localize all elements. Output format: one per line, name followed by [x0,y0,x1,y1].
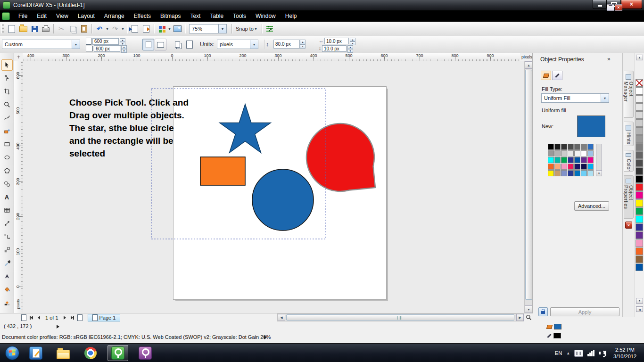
docker-strip-close-button[interactable]: × [625,222,632,229]
basic-shapes-tool[interactable] [1,178,13,189]
color-swatch[interactable] [561,170,567,176]
profiles-flyout-arrow[interactable] [264,336,269,339]
menu-effects[interactable]: Effects [129,10,156,22]
chrome-button[interactable] [80,345,101,361]
units-dropdown-arrow[interactable] [250,40,258,49]
fill-color-indicator[interactable] [547,324,561,329]
coords-flyout-arrow[interactable] [57,325,61,329]
volume-icon[interactable] [599,350,606,356]
color-swatch[interactable] [548,150,554,156]
lock-button[interactable] [538,307,548,316]
apply-button[interactable]: Apply [550,307,619,316]
landscape-button[interactable] [155,39,166,50]
color-swatch[interactable] [636,127,643,135]
menu-view[interactable]: View [51,10,73,22]
new-color-swatch[interactable] [577,115,605,137]
polygon-tool[interactable] [1,165,13,176]
color-swatch[interactable] [587,144,594,150]
color-swatch[interactable] [561,164,567,170]
menu-bitmaps[interactable]: Bitmaps [156,10,185,22]
crop-tool[interactable] [1,86,13,97]
docker-options-chevron[interactable]: » [607,56,611,62]
fill-type-combobox[interactable]: Uniform Fill [541,93,609,103]
color-swatch[interactable] [581,144,587,150]
color-swatch[interactable] [636,167,643,175]
color-swatch[interactable] [548,144,554,150]
color-swatch[interactable] [636,135,643,143]
network-icon[interactable] [587,350,594,356]
parallel-dimension-tool[interactable] [1,218,13,229]
docker-tab-hints[interactable]: Hints [624,122,634,146]
ellipse-tool[interactable] [1,152,13,163]
undo-button[interactable]: ↶ [94,23,105,34]
color-swatch[interactable] [587,150,594,156]
add-page-button[interactable] [20,314,27,321]
menu-text[interactable]: Text [185,10,205,22]
color-swatch[interactable] [636,223,643,231]
toolbar-grip[interactable] [1,24,4,33]
options-button[interactable] [264,23,275,34]
docker-tab-color[interactable]: Color [624,150,634,172]
freehand-tool[interactable] [1,112,13,123]
photo-paint-button[interactable] [135,345,156,361]
keyboard-layout-icon[interactable] [574,350,583,357]
palette-flyout-button[interactable]: ◀ [636,306,643,312]
tray-expand-arrow[interactable]: ▲ [566,351,570,355]
vertical-ruler[interactable]: 600 500 400 300 200 100 0 pixels [14,61,23,313]
blue-star-shape[interactable] [220,104,271,153]
palette-scroll-down[interactable]: ▼ [596,170,602,176]
outline-pen-tool[interactable] [1,271,13,282]
orange-rectangle-shape[interactable] [200,157,245,185]
color-swatch[interactable] [636,191,643,199]
portrait-button[interactable] [142,39,154,50]
snap-to-dropdown[interactable]: Snap to [234,23,260,35]
copy-button[interactable] [67,23,78,34]
smart-fill-tool[interactable] [1,125,13,137]
text-tool[interactable]: A [1,191,13,203]
color-swatch[interactable] [636,183,643,191]
redo-button[interactable]: ↷ [109,23,121,34]
palette-scroll-up-button[interactable]: ▲ [636,55,643,60]
color-swatch[interactable] [587,170,594,176]
fill-type-dropdown-arrow[interactable] [601,94,609,102]
next-page-button[interactable] [61,314,69,321]
paste-button[interactable] [78,23,90,34]
color-swatch[interactable] [581,150,587,156]
color-swatch[interactable] [554,170,561,176]
menu-file[interactable]: File [14,10,32,22]
color-swatch[interactable] [581,164,587,170]
launcher-dropdown-arrow[interactable] [167,24,172,34]
palette-scroll-down-button[interactable]: ▼ [636,298,643,304]
vertical-scrollbar[interactable]: ▲ ▼ [524,61,532,313]
duplicate-x-spinner[interactable]: ▴▾ [350,38,355,44]
drawing-workspace[interactable]: Choose Pick Tool. Click and Drag over mu… [23,61,524,313]
color-swatch[interactable] [636,143,643,151]
color-swatch[interactable] [636,215,643,223]
ruler-origin-icon[interactable]: + [15,53,22,60]
scroll-right-button[interactable]: ▶ [516,314,524,321]
first-page-button[interactable] [27,314,35,321]
last-page-button[interactable] [69,314,76,321]
export-button[interactable] [140,23,152,34]
color-swatch[interactable] [636,151,643,159]
docker-tab-object-properties[interactable]: Object Properties [624,175,634,219]
menu-table[interactable]: Table [205,10,228,22]
pinned-app-button[interactable] [25,345,46,361]
color-swatch[interactable] [561,150,567,156]
menu-layout[interactable]: Layout [73,10,99,22]
color-swatch[interactable] [574,164,580,170]
color-swatch[interactable] [561,144,567,150]
color-swatch[interactable] [574,157,580,163]
nudge-distance-input[interactable]: 80.0 px [273,40,300,49]
all-pages-size-button[interactable] [172,39,183,50]
open-button[interactable] [17,23,29,34]
connector-tool[interactable] [1,231,13,242]
close-button[interactable]: × [621,0,642,9]
page-height-spinner[interactable]: ▴▾ [121,45,127,52]
docker-fill-tab[interactable] [541,71,551,80]
navigator-zoom-button[interactable] [525,313,532,321]
color-swatch[interactable] [636,95,643,103]
color-swatch[interactable] [574,170,580,176]
interactive-fill-tool[interactable] [1,297,13,308]
undo-dropdown-arrow[interactable] [105,24,109,34]
